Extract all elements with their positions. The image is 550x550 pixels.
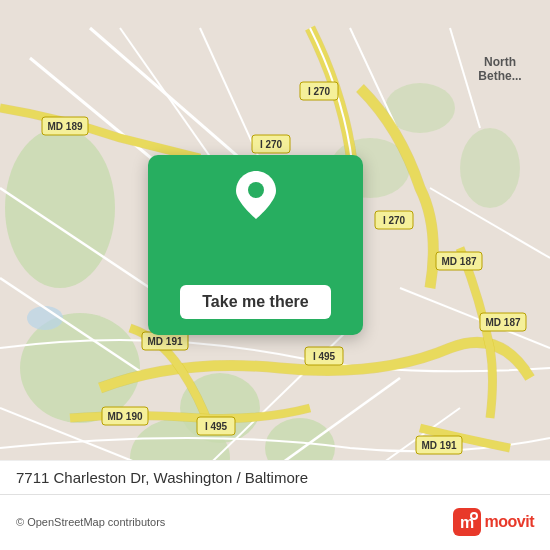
address-text: 7711 Charleston Dr, Washington / Baltimo… <box>16 469 308 486</box>
svg-point-8 <box>460 128 520 208</box>
svg-text:MD 187: MD 187 <box>485 317 520 328</box>
location-card: Take me there <box>148 155 363 335</box>
svg-text:Bethe...: Bethe... <box>478 69 521 83</box>
map-pin-icon <box>236 171 276 219</box>
svg-text:I 495: I 495 <box>205 421 228 432</box>
svg-point-1 <box>5 128 115 288</box>
take-me-there-button[interactable]: Take me there <box>180 285 330 319</box>
moovit-logo: m moovit <box>453 508 534 536</box>
svg-text:I 270: I 270 <box>260 139 283 150</box>
svg-text:I 495: I 495 <box>313 351 336 362</box>
bottom-bar: © OpenStreetMap contributors m moovit <box>0 494 550 550</box>
svg-text:MD 190: MD 190 <box>107 411 142 422</box>
address-bar: 7711 Charleston Dr, Washington / Baltimo… <box>0 460 550 494</box>
svg-text:North: North <box>484 55 516 69</box>
map-container: MD 189 I 270 I 270 I 270 MD 187 MD 187 M… <box>0 0 550 550</box>
osm-attribution: © OpenStreetMap contributors <box>16 516 165 528</box>
svg-text:I 270: I 270 <box>308 86 331 97</box>
svg-text:I 270: I 270 <box>383 215 406 226</box>
moovit-brand-text: moovit <box>485 513 534 531</box>
moovit-brand-icon: m <box>453 508 481 536</box>
svg-text:MD 191: MD 191 <box>421 440 456 451</box>
svg-text:MD 191: MD 191 <box>147 336 182 347</box>
svg-text:MD 189: MD 189 <box>47 121 82 132</box>
svg-point-57 <box>472 514 476 518</box>
svg-point-53 <box>248 182 264 198</box>
svg-point-9 <box>27 306 63 330</box>
svg-text:MD 187: MD 187 <box>441 256 476 267</box>
